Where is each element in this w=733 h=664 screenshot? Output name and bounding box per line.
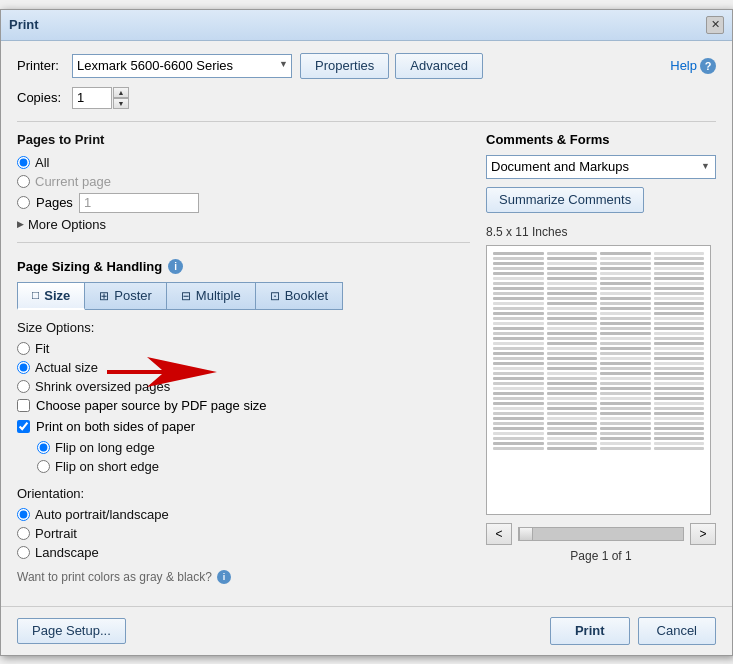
print-dialog: Print ✕ Printer: Lexmark 5600-6600 Serie…	[0, 9, 733, 656]
window-title: Print	[9, 17, 39, 32]
flip-short-label[interactable]: Flip on short edge	[37, 459, 464, 474]
portrait-radio[interactable]	[17, 527, 30, 540]
right-panel: Comments & Forms Document and MarkupsDoc…	[486, 132, 716, 584]
print-both-sides-checkbox[interactable]	[17, 420, 30, 433]
sizing-section: Page Sizing & Handling i □ Size ⊞ Poster	[17, 259, 470, 474]
cf-select-wrap: Document and MarkupsDocumentForm Fields …	[486, 155, 716, 179]
preview-size-label: 8.5 x 11 Inches	[486, 225, 716, 239]
portrait-label[interactable]: Portrait	[17, 526, 464, 541]
print-button[interactable]: Print	[550, 617, 630, 645]
preview-section: 8.5 x 11 Inches	[486, 225, 716, 563]
sizing-header: Page Sizing & Handling i	[17, 259, 470, 274]
printer-select[interactable]: Lexmark 5600-6600 Series	[72, 54, 292, 78]
help-label: Help	[670, 58, 697, 73]
current-page-radio-label[interactable]: Current page	[17, 174, 464, 189]
flip-long-label[interactable]: Flip on long edge	[37, 440, 464, 455]
fit-radio[interactable]	[17, 342, 30, 355]
auto-orientation-radio[interactable]	[17, 508, 30, 521]
pages-to-print-title: Pages to Print	[17, 132, 470, 147]
pages-radio[interactable]	[17, 196, 30, 209]
close-button[interactable]: ✕	[706, 16, 724, 34]
copies-label: Copies:	[17, 90, 72, 105]
cancel-button[interactable]: Cancel	[638, 617, 716, 645]
summarize-button[interactable]: Summarize Comments	[486, 187, 644, 213]
copies-input[interactable]	[72, 87, 112, 109]
tab-row: □ Size ⊞ Poster ⊟ Multiple ⊡	[17, 282, 470, 310]
preview-col-3	[600, 252, 651, 508]
left-panel: Pages to Print All Current page Pages	[17, 132, 470, 584]
shrink-radio[interactable]	[17, 380, 30, 393]
prev-page-button[interactable]: <	[486, 523, 512, 545]
print-both-sides-row: Print on both sides of paper	[17, 419, 470, 434]
size-options-label: Size Options:	[17, 320, 470, 335]
all-radio-label[interactable]: All	[17, 155, 464, 170]
preview-col-1	[493, 252, 544, 508]
flip-short-group: Flip on short edge	[37, 459, 470, 474]
actual-size-row: Actual size	[17, 360, 470, 375]
more-options[interactable]: ▶ More Options	[17, 217, 470, 232]
advanced-button[interactable]: Advanced	[395, 53, 483, 79]
current-page-radio[interactable]	[17, 175, 30, 188]
multiple-tab-icon: ⊟	[181, 289, 191, 303]
size-tab-icon: □	[32, 288, 39, 302]
fit-radio-label[interactable]: Fit	[17, 341, 464, 356]
tab-multiple[interactable]: ⊟ Multiple	[167, 282, 256, 310]
tab-poster[interactable]: ⊞ Poster	[85, 282, 167, 310]
flip-long-radio[interactable]	[37, 441, 50, 454]
comments-forms-select[interactable]: Document and MarkupsDocumentForm Fields …	[486, 155, 716, 179]
choose-paper-checkbox[interactable]	[17, 399, 30, 412]
fit-radio-group: Fit	[17, 341, 470, 356]
tab-size[interactable]: □ Size	[17, 282, 85, 310]
printer-row: Printer: Lexmark 5600-6600 Series Proper…	[17, 53, 716, 79]
next-page-button[interactable]: >	[690, 523, 716, 545]
flip-long-group: Flip on long edge	[37, 440, 470, 455]
bottom-bar: Page Setup... Print Cancel	[1, 606, 732, 655]
landscape-radio[interactable]	[17, 546, 30, 559]
preview-col-2	[547, 252, 598, 508]
all-radio[interactable]	[17, 156, 30, 169]
gray-text-row: Want to print colors as gray & black? i	[17, 570, 470, 584]
orientation-title: Orientation:	[17, 486, 470, 501]
copies-down[interactable]: ▼	[113, 98, 129, 109]
sizing-info-icon[interactable]: i	[168, 259, 183, 274]
shrink-radio-group: Shrink oversized pages	[17, 379, 470, 394]
copies-row: Copies: ▲ ▼	[17, 87, 716, 109]
page-slider[interactable]	[518, 527, 684, 541]
booklet-tab-icon: ⊡	[270, 289, 280, 303]
landscape-label[interactable]: Landscape	[17, 545, 464, 560]
tab-booklet[interactable]: ⊡ Booklet	[256, 282, 343, 310]
properties-button[interactable]: Properties	[300, 53, 389, 79]
orientation-section: Orientation: Auto portrait/landscape Por…	[17, 486, 470, 560]
flip-short-radio[interactable]	[37, 460, 50, 473]
page-setup-button[interactable]: Page Setup...	[17, 618, 126, 644]
actual-size-radio-label[interactable]: Actual size	[17, 360, 464, 375]
all-radio-group: All	[17, 155, 470, 170]
pages-label: Pages	[36, 195, 73, 210]
poster-tab-icon: ⊞	[99, 289, 109, 303]
help-icon: ?	[700, 58, 716, 74]
title-bar: Print ✕	[1, 10, 732, 41]
gray-info-icon[interactable]: i	[217, 570, 231, 584]
comments-forms-section: Comments & Forms Document and MarkupsDoc…	[486, 132, 716, 213]
shrink-radio-label[interactable]: Shrink oversized pages	[17, 379, 464, 394]
auto-orientation-label[interactable]: Auto portrait/landscape	[17, 507, 464, 522]
current-page-radio-group: Current page	[17, 174, 470, 189]
copies-spinner: ▲ ▼	[113, 87, 129, 109]
comments-forms-title: Comments & Forms	[486, 132, 716, 147]
pages-row: Pages	[17, 193, 470, 213]
printer-label: Printer:	[17, 58, 72, 73]
printer-select-wrap: Lexmark 5600-6600 Series	[72, 54, 292, 78]
preview-col-4	[654, 252, 705, 508]
pages-input[interactable]	[79, 193, 199, 213]
preview-nav: < >	[486, 523, 716, 545]
actual-size-radio[interactable]	[17, 361, 30, 374]
more-options-triangle: ▶	[17, 219, 24, 229]
choose-paper-row: Choose paper source by PDF page size	[17, 398, 470, 413]
page-info: Page 1 of 1	[486, 549, 716, 563]
preview-box	[486, 245, 711, 515]
copies-up[interactable]: ▲	[113, 87, 129, 98]
help-link[interactable]: Help ?	[670, 58, 716, 74]
